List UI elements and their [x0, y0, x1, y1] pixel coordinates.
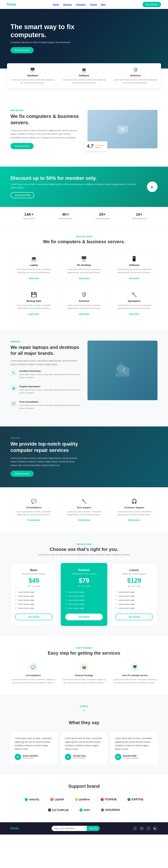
pricing-feature-item: ✓ Lorem ipsum roget — [15, 598, 53, 602]
brand-item: aven — [76, 806, 94, 813]
brand-item: EARTHΔ — [124, 796, 147, 803]
instagram-icon[interactable]: in — [139, 826, 144, 831]
hero-cta-button[interactable]: Discover more — [10, 47, 34, 53]
facebook-icon[interactable]: f — [133, 826, 138, 831]
feature-card: 🖥️ Hardware Lorem ipsum dolor sit amet, … — [7, 63, 59, 88]
play-button[interactable]: ▶ — [147, 182, 158, 192]
pricing-desc: Lorem ipsum dolor sit amet, consectetur … — [10, 554, 158, 556]
plan-cta-button[interactable]: Get started — [15, 614, 53, 620]
stat-number: 4K+ — [47, 212, 84, 217]
topnotch-desc: Lorem ipsum dolor sit amet, consectetur … — [10, 457, 80, 467]
pricing-feature-text: Lorem ipsum roget — [68, 607, 85, 609]
service-type-cta-button[interactable]: Or learn more — [78, 519, 90, 521]
service-learn-more-button[interactable]: Learn more — [29, 277, 39, 279]
author-info: Ahsoka Tano UI/UX Designer — [73, 755, 86, 759]
discount-cta-button[interactable]: Join membership — [10, 192, 34, 198]
repair-title: We repair laptops and desktops for all m… — [10, 344, 80, 356]
topnotch-label: Services — [10, 437, 80, 439]
step-title: Consultations — [10, 674, 56, 677]
discount-text: Discount up to 50% for member only. Lore… — [10, 176, 140, 198]
nav-links: HomeServicesCompanyPricingBlog — [53, 3, 106, 6]
step-title: Your PC already service — [112, 674, 158, 677]
pricing-feature-text: Lorem ipsum roget — [18, 595, 34, 597]
plan-features-list: ✓ Lorem ipsum roget ✓ Lorem ipsum roget … — [15, 590, 53, 610]
pricing-feature-text: Lorem ipsum roget — [118, 599, 134, 601]
nav-link-blog[interactable]: Blog — [101, 3, 106, 6]
feature-card: 🛡️ Antivirus Lorem ipsum dolor sit amet,… — [110, 63, 161, 88]
newsletter-input[interactable] — [52, 826, 87, 831]
brand-item: {s} CodeLab — [44, 806, 72, 813]
how-step: 💬 Consultations Lorem ipsum dolor sit am… — [10, 663, 56, 684]
service-card-desc: Lorem ipsum dolor sit amet, consectetur … — [114, 304, 154, 310]
check-icon: ✓ — [115, 591, 117, 593]
discount-desc: Lorem ipsum dolor sit amet, consectetur … — [10, 183, 140, 189]
service-type-desc: Lorem ipsum dolor sit amet, consectetur … — [64, 510, 104, 516]
footer-social: f in t ▶ — [133, 826, 158, 831]
repair-feature-text: Free Consultation Lorem ipsum dolor sit … — [19, 401, 80, 413]
stat-item: 14K+ Happy Clients — [10, 212, 47, 220]
service-card: 💾 Backup Data Lorem ipsum dolor sit amet… — [10, 287, 57, 319]
testimonials-label: Clients — [10, 705, 158, 707]
author-role: UI/UX Designer — [73, 757, 86, 759]
service-learn-more-button[interactable]: Learn more — [129, 277, 139, 279]
nav-link-pricing[interactable]: Pricing — [90, 3, 97, 6]
service-type-icon: 🎧 — [114, 499, 155, 504]
topnotch-cta-button[interactable]: Discover more — [10, 471, 34, 477]
youtube-icon[interactable]: ▶ — [153, 826, 158, 831]
service-learn-more-button[interactable]: Learn more — [129, 313, 139, 315]
svg-point-2 — [121, 127, 124, 131]
fix-cta-button[interactable]: Discover more — [10, 143, 34, 149]
get-started-button[interactable]: Get Started — [142, 2, 161, 7]
topnotch-title: We provide top-notch quality computer re… — [10, 441, 80, 454]
nav-link-services[interactable]: Services — [63, 3, 72, 6]
service-learn-more-button[interactable]: Learn more — [79, 277, 89, 279]
check-icon: ✓ — [15, 599, 16, 601]
pricing-feature-text: Lorem ipsum roget — [118, 595, 134, 597]
service-type-cta-button[interactable]: Or learn more — [28, 519, 40, 521]
service-type-cta-button[interactable]: Or learn more — [128, 519, 140, 521]
service-card-desc: Lorem ipsum dolor sit amet, consectetur … — [14, 268, 54, 274]
testimonials-grid: Lorem ipsum dolor sit amet, consectetur … — [10, 733, 158, 764]
nav-logo[interactable]: fixme — [7, 2, 16, 6]
testimonial-author: A Ahsoka Tano UI/UX Designer — [65, 754, 103, 760]
check-icon: ✓ — [65, 591, 67, 593]
fix-image-container: 4.7 ★★★★★ Rating — [88, 110, 158, 148]
service-learn-more-button[interactable]: Learn more — [79, 313, 89, 315]
service-types-row: 💬 Consultations Lorem ipsum dolor sit am… — [0, 487, 168, 533]
brand-item: LightAI — [46, 796, 68, 803]
plan-cta-button[interactable]: Get started — [65, 614, 103, 620]
plan-cta-button[interactable]: Get started — [115, 614, 153, 620]
nav-link-home[interactable]: Home — [53, 3, 59, 6]
pricing-feature-text: Lorem ipsum roget — [18, 603, 34, 605]
newsletter-submit[interactable]: Sign Up — [87, 826, 100, 831]
brand-item: FOXHUB — [97, 796, 121, 803]
pricing-feature-item: ✓ Lorem ipsum roget — [15, 606, 53, 610]
service-learn-more-button[interactable]: Learn more — [29, 313, 39, 315]
footer-logo[interactable]: fixme — [10, 827, 19, 830]
twitter-icon[interactable]: t — [146, 826, 151, 831]
testimonial-text: Lorem ipsum dolor sit amet, consectetur … — [65, 737, 103, 751]
avatar: B — [115, 754, 121, 760]
check-icon: ✓ — [65, 607, 67, 609]
nav-link-company[interactable]: Company — [76, 3, 86, 6]
feature-card-icon: 🖥️ — [10, 67, 55, 72]
repair-feature-icon: 🔧 — [10, 370, 17, 376]
pricing-feature-item: ✓ Lorem ipsum roget — [65, 606, 103, 610]
fix-text: Who We Are We fix computers & business s… — [10, 109, 80, 149]
step-desc: Lorem ipsum dolor sit amet, consectetur … — [61, 678, 107, 684]
service-card-title: PC Desktop — [64, 264, 104, 267]
service-card-title: Backup Data — [14, 300, 54, 302]
pricing-feature-item: ✓ Lorem ipsum roget — [15, 590, 53, 594]
repair-feature-icon: ⚙️ — [10, 385, 17, 392]
rating-label: Rating — [95, 147, 105, 148]
testimonial-card: Lorem ipsum dolor sit amet, consectetur … — [61, 733, 107, 764]
pricing-feature-item: ✓ Lorem ipsum roget — [115, 606, 153, 610]
services-grid: 💻 Laptop Lorem ipsum dolor sit amet, con… — [10, 251, 158, 319]
feature-card-icon: 💻 — [62, 67, 106, 72]
pricing-section: Pricing Plans Choose one that's right fo… — [0, 533, 168, 637]
service-card-icon: 💻 — [14, 256, 54, 261]
brand-dot — [75, 798, 78, 801]
author-name: Ahsoka Tano — [73, 755, 86, 757]
repair-feature-text: Certified Technician Lorem ipsum dolor s… — [19, 370, 80, 382]
service-card-icon: 📱 — [114, 256, 154, 261]
